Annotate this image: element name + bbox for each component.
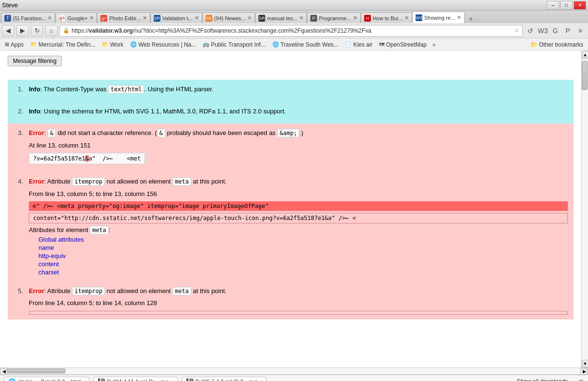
toolbar-icon-g[interactable]: G <box>550 25 561 37</box>
hscroll-track[interactable] <box>8 368 580 374</box>
bookmark-apps[interactable]: ⊞ Apps <box>2 40 26 49</box>
http-equiv-attr-link[interactable]: http-equiv <box>38 252 568 259</box>
bookmark-kiesair[interactable]: 📄 Kies air <box>342 40 375 49</box>
pyqt5-arrow-icon[interactable]: ▾ <box>259 379 262 381</box>
pyqt5-icon: 💾 <box>186 378 194 381</box>
item-body-1: Info: The Content-Type was text/html. Us… <box>29 85 568 97</box>
item-num-3: 3. <box>13 128 23 167</box>
maximize-button[interactable]: □ <box>560 1 573 10</box>
pyqt4-label: PyQt4-4.11.4-gpl-Py....exe <box>107 379 169 381</box>
tab-validation[interactable]: SR Validation t... ✕ <box>150 12 202 23</box>
item-num-4: 4. <box>13 177 23 277</box>
name-attr-link[interactable]: name <box>38 244 568 251</box>
charset-attr-link[interactable]: charset <box>38 269 568 276</box>
tab-photo[interactable]: g+ Photo Editir... ✕ <box>97 12 150 23</box>
bookmark-work[interactable]: 📁 Work <box>99 40 126 49</box>
minimize-button[interactable]: – <box>547 1 559 10</box>
download-bokeh[interactable]: 🌐 stocks — Bokeh 0.9....html ▾ <box>4 377 89 381</box>
item-location-3: At line 13, column 151 <box>29 141 568 150</box>
scroll-thumb[interactable] <box>582 61 588 90</box>
item-num-2: 2. <box>13 107 23 119</box>
back-button[interactable]: ◀ <box>2 25 14 37</box>
pyqt5-label: PyQt5-5.4.2-gpl-Py3....exe <box>196 379 258 381</box>
tab-manual[interactable]: SR manual tes... ✕ <box>255 12 307 23</box>
tab-close-google[interactable]: ✕ <box>89 15 94 21</box>
bokeh-arrow-icon[interactable]: ▾ <box>83 379 85 381</box>
bookmark-traveline[interactable]: 🌐 Traveline South Wes... <box>270 40 342 49</box>
tab-close-validation[interactable]: ✕ <box>195 15 199 21</box>
pyqt4-icon: 💾 <box>98 378 105 381</box>
tab-close-how[interactable]: ✕ <box>404 15 409 21</box>
transport-icon: 🚌 <box>203 41 209 48</box>
scroll-down-button[interactable]: ▼ <box>582 360 588 368</box>
tab-prog[interactable]: P Programme... ✕ <box>307 12 361 23</box>
bookmarks-more-button[interactable]: » <box>430 40 438 49</box>
close-downloads-button[interactable]: ✕ <box>578 378 584 381</box>
toolbar-icon-p[interactable]: P <box>562 25 574 37</box>
favicon-manual: SR <box>258 15 265 22</box>
download-pyqt4[interactable]: 💾 PyQt4-4.11.4-gpl-Py....exe ▾ <box>93 377 178 381</box>
home-button[interactable]: ⌂ <box>45 25 58 37</box>
address-bar-input[interactable]: 🔒 https://validator.w3.org/nu/?doc=http%… <box>60 25 523 37</box>
tab-label-validation: Validation t... <box>162 15 193 21</box>
error-label-4: Error <box>29 178 44 185</box>
new-tab-button[interactable]: + <box>466 14 476 23</box>
validation-item-5: 5. Error: Attribute itemprop not allowed… <box>8 282 574 320</box>
toolbar-icon-w3[interactable]: W3 <box>537 25 549 37</box>
code-snippet-3: ?v=6a2f5a5187e1&a" />← <met <box>29 153 145 164</box>
bookmark-mercurial[interactable]: 📁 Mercurial: The Defin... <box>27 40 98 49</box>
bookmark-osm[interactable]: 🗺 OpenStreetMap <box>376 40 429 49</box>
close-button[interactable]: ✕ <box>574 1 586 10</box>
toolbar-icon-reload[interactable]: ↺ <box>525 25 536 37</box>
download-pyqt5[interactable]: 💾 PyQt5-5.4.2-gpl-Py3....exe ▾ <box>182 377 267 381</box>
tab-close-photo[interactable]: ✕ <box>143 15 147 21</box>
toolbar-icon-menu[interactable]: ≡ <box>575 25 586 37</box>
tab-close-manual[interactable]: ✕ <box>299 15 304 21</box>
bookmark-webres[interactable]: 🌐 Web Resources | Na... <box>127 40 199 49</box>
validation-item-3: 3. Error: & did not start a character re… <box>8 123 574 172</box>
refresh-button[interactable]: ↻ <box>31 25 43 37</box>
item-text-4: Error: Attribute itemprop not allowed on… <box>29 177 568 186</box>
show-all-downloads-button[interactable]: Show all downloads... <box>517 378 573 381</box>
validation-item-4: 4. Error: Attribute itemprop not allowed… <box>8 172 574 282</box>
address-bar: ◀ ▶ ↻ ⌂ 🔒 https://validator.w3.org/nu/?d… <box>0 23 588 38</box>
scroll-up-button[interactable]: ▲ <box>582 51 588 59</box>
code-amp-1: & <box>48 129 56 137</box>
bookmarks-bar: ⊞ Apps 📁 Mercurial: The Defin... 📁 Work … <box>0 38 588 51</box>
pyqt4-arrow-icon[interactable]: ▾ <box>171 379 173 381</box>
tab-close-showing[interactable]: ✕ <box>457 14 461 21</box>
validation-item-1: 1. Info: The Content-Type was text/html.… <box>8 80 574 102</box>
traveline-icon: 🌐 <box>272 41 279 48</box>
browser-content: Message filtering 1. Info: The Content-T… <box>0 51 588 368</box>
tab-newest[interactable]: SE (94) Newes... ✕ <box>202 12 255 23</box>
tab-facebook[interactable]: f (5) Faceboo... ✕ <box>1 12 55 23</box>
address-text: https://validator.w3.org/nu/?doc=http%3A… <box>72 27 513 34</box>
hscroll-right-button[interactable]: ▶ <box>580 368 588 375</box>
tab-close-newest[interactable]: ✕ <box>247 15 252 21</box>
bookmark-transport-label: Public Transport Inf... <box>211 41 265 48</box>
scroll-track[interactable] <box>582 59 588 360</box>
forward-button[interactable]: ▶ <box>16 25 29 37</box>
tab-close-prog[interactable]: ✕ <box>353 15 357 21</box>
mercurial-icon: 📁 <box>30 41 37 48</box>
code-partial-5 <box>29 311 568 315</box>
tab-close-facebook[interactable]: ✕ <box>48 15 52 21</box>
tab-showing[interactable]: W3 Showing re... ✕ <box>412 12 465 23</box>
favicon-photo: g+ <box>100 15 107 22</box>
hscroll-thumb[interactable] <box>8 369 65 373</box>
content-attr-link[interactable]: content <box>38 260 568 268</box>
tab-label-manual: manual tes... <box>267 15 297 21</box>
downloads-bar: 🌐 stocks — Bokeh 0.9....html ▾ 💾 PyQt4-4… <box>0 374 588 381</box>
code-meta-attr: meta <box>90 226 109 234</box>
star-icon[interactable]: ☆ <box>514 27 519 34</box>
hscroll-left-button[interactable]: ◀ <box>0 368 8 375</box>
bookmarks-other[interactable]: 📁 Other bookmarks <box>527 40 586 49</box>
attr-for-text: Attributes for element meta: <box>29 225 568 235</box>
global-attrs-link[interactable]: Global attributes <box>38 236 568 243</box>
bookmark-traveline-label: Traveline South Wes... <box>281 41 339 48</box>
tab-how[interactable]: H How to Bui... ✕ <box>361 12 412 23</box>
bookmark-transport[interactable]: 🚌 Public Transport Inf... <box>200 40 268 49</box>
apps-icon: ⊞ <box>5 41 9 48</box>
tab-google[interactable]: g+ Google+ ✕ <box>55 12 97 23</box>
message-filter-button[interactable]: Message filtering <box>8 56 62 66</box>
